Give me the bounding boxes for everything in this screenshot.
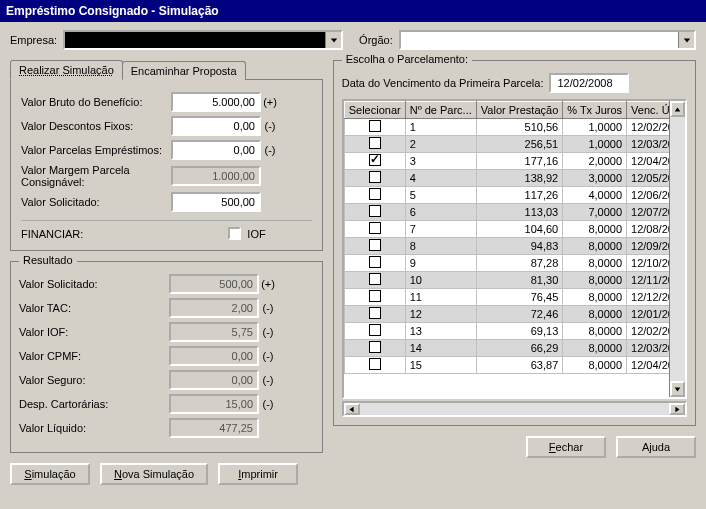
cell-tx-juros: 4,0000 [563, 187, 627, 204]
row-checkbox[interactable] [369, 273, 381, 285]
row-checkbox[interactable] [369, 307, 381, 319]
table-row[interactable]: 1466,298,000012/03/200 [344, 340, 684, 357]
row-checkbox[interactable] [369, 239, 381, 251]
input-valor-bruto[interactable] [171, 92, 261, 112]
output-res-solicitado [169, 274, 259, 294]
row-checkbox[interactable] [369, 137, 381, 149]
cell-valor-prestacao: 63,87 [476, 357, 562, 374]
cell-valor-prestacao: 66,29 [476, 340, 562, 357]
output-res-iof [169, 322, 259, 342]
vertical-scrollbar[interactable] [669, 101, 685, 397]
cell-num-parcelas: 10 [405, 272, 476, 289]
cell-num-parcelas: 4 [405, 170, 476, 187]
cell-valor-prestacao: 72,46 [476, 306, 562, 323]
table-row[interactable]: 1176,458,000012/12/200 [344, 289, 684, 306]
input-data-venc[interactable]: 12/02/2008 [549, 73, 629, 93]
checkbox-iof[interactable] [228, 227, 241, 240]
table-row[interactable]: 1510,561,000012/02/200 [344, 119, 684, 136]
input-valor-solicitado[interactable] [171, 192, 261, 212]
row-checkbox[interactable] [369, 358, 381, 370]
cell-valor-prestacao: 81,30 [476, 272, 562, 289]
table-row[interactable]: 1369,138,000012/02/200 [344, 323, 684, 340]
cell-tx-juros: 8,0000 [563, 323, 627, 340]
sign-minus: (-) [261, 120, 279, 132]
label-valor-solicitado: Valor Solicitado: [21, 196, 171, 208]
fechar-button[interactable]: Fechar [526, 436, 606, 458]
tab-realizar-simulacao[interactable]: Realizar Simulação [10, 60, 123, 80]
output-res-tac [169, 298, 259, 318]
cell-num-parcelas: 13 [405, 323, 476, 340]
cell-num-parcelas: 7 [405, 221, 476, 238]
row-checkbox[interactable] [369, 120, 381, 132]
cell-num-parcelas: 15 [405, 357, 476, 374]
table-row[interactable]: 987,288,000012/10/200 [344, 255, 684, 272]
scroll-right-icon[interactable] [669, 403, 685, 415]
cell-num-parcelas: 3 [405, 153, 476, 170]
group-parcelamento-title: Escolha o Parcelamento: [342, 53, 472, 65]
label-iof: IOF [247, 228, 265, 240]
simulacao-button[interactable]: Simulação [10, 463, 90, 485]
cell-tx-juros: 8,0000 [563, 221, 627, 238]
svg-marker-2 [675, 107, 681, 111]
cell-num-parcelas: 14 [405, 340, 476, 357]
horizontal-scrollbar[interactable] [342, 401, 687, 417]
label-res-desp: Desp. Cartorárias: [19, 398, 169, 410]
row-checkbox[interactable] [369, 222, 381, 234]
col-valor-prestacao[interactable]: Valor Prestação [476, 102, 562, 119]
col-tx-juros[interactable]: % Tx Juros [563, 102, 627, 119]
imprimir-button[interactable]: Imprimir [218, 463, 298, 485]
table-row[interactable]: 5117,264,000012/06/200 [344, 187, 684, 204]
col-num-parcelas[interactable]: Nº de Parc... [405, 102, 476, 119]
chevron-down-icon[interactable] [678, 32, 694, 48]
row-checkbox[interactable] [369, 205, 381, 217]
table-row[interactable]: 2256,511,000012/03/200 [344, 136, 684, 153]
row-checkbox[interactable] [369, 290, 381, 302]
table-row[interactable]: 7104,608,000012/08/200 [344, 221, 684, 238]
sign-minus: (-) [261, 144, 279, 156]
cell-num-parcelas: 2 [405, 136, 476, 153]
empresa-combo[interactable] [63, 30, 343, 50]
tab-encaminhar-proposta[interactable]: Encaminhar Proposta [122, 61, 246, 80]
ajuda-button[interactable]: Ajuda [616, 436, 696, 458]
table-row[interactable]: 1563,878,000012/04/200 [344, 357, 684, 374]
nova-simulacao-button[interactable]: Nova Simulação [100, 463, 208, 485]
scroll-up-icon[interactable] [670, 101, 685, 117]
cell-tx-juros: 7,0000 [563, 204, 627, 221]
label-res-iof: Valor IOF: [19, 326, 169, 338]
table-row[interactable]: 3177,162,000012/04/200 [344, 153, 684, 170]
cell-tx-juros: 3,0000 [563, 170, 627, 187]
input-parcelas-emprestimos[interactable] [171, 140, 261, 160]
label-margem-parcela: Valor Margem Parcela Consignável: [21, 164, 171, 188]
chevron-down-icon[interactable] [325, 32, 341, 48]
input-descontos-fixos[interactable] [171, 116, 261, 136]
scroll-down-icon[interactable] [670, 381, 685, 397]
cell-num-parcelas: 12 [405, 306, 476, 323]
cell-valor-prestacao: 76,45 [476, 289, 562, 306]
table-row[interactable]: 1272,468,000012/01/200 [344, 306, 684, 323]
label-res-tac: Valor TAC: [19, 302, 169, 314]
row-checkbox[interactable] [369, 341, 381, 353]
row-checkbox[interactable] [369, 324, 381, 336]
output-res-liquido [169, 418, 259, 438]
parcelamento-table[interactable]: Selecionar Nº de Parc... Valor Prestação… [342, 99, 687, 399]
orgao-combo[interactable] [399, 30, 696, 50]
row-checkbox[interactable] [369, 256, 381, 268]
row-checkbox[interactable] [369, 188, 381, 200]
svg-marker-1 [683, 38, 689, 42]
table-row[interactable]: 894,838,000012/09/200 [344, 238, 684, 255]
table-row[interactable]: 4138,923,000012/05/200 [344, 170, 684, 187]
scroll-left-icon[interactable] [344, 403, 360, 415]
cell-num-parcelas: 8 [405, 238, 476, 255]
cell-tx-juros: 8,0000 [563, 357, 627, 374]
table-row[interactable]: 6113,037,000012/07/200 [344, 204, 684, 221]
output-res-desp [169, 394, 259, 414]
row-checkbox[interactable] [369, 171, 381, 183]
cell-num-parcelas: 9 [405, 255, 476, 272]
sign-plus: (+) [261, 96, 279, 108]
cell-valor-prestacao: 69,13 [476, 323, 562, 340]
row-checkbox[interactable] [369, 154, 381, 166]
table-row[interactable]: 1081,308,000012/11/200 [344, 272, 684, 289]
orgao-label: Órgão: [359, 34, 393, 46]
col-selecionar[interactable]: Selecionar [344, 102, 405, 119]
cell-num-parcelas: 11 [405, 289, 476, 306]
